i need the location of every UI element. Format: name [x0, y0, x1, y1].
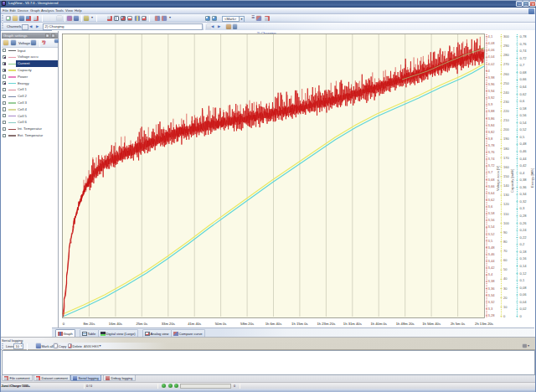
- svg-text:0,58: 0,58: [520, 106, 528, 111]
- svg-text:Voltage accu [V]: Voltage accu [V]: [496, 166, 500, 191]
- svg-text:290: 290: [503, 44, 510, 48]
- svg-text:3,32: 3,32: [488, 300, 496, 304]
- svg-text:0,66: 0,66: [520, 77, 528, 81]
- svg-text:0,22: 0,22: [520, 235, 528, 240]
- svg-text:20: 20: [503, 296, 508, 300]
- svg-text:170: 170: [503, 156, 510, 160]
- svg-text:0,18: 0,18: [520, 250, 528, 254]
- svg-text:41m 40s: 41m 40s: [188, 322, 201, 326]
- svg-text:210: 210: [503, 118, 510, 122]
- svg-text:Capacity [mAh]: Capacity [mAh]: [510, 169, 514, 193]
- svg-text:130: 130: [503, 193, 510, 197]
- svg-text:0,48: 0,48: [520, 142, 528, 146]
- svg-text:3,42: 3,42: [488, 266, 496, 270]
- svg-text:180: 180: [503, 147, 510, 151]
- svg-text:0,52: 0,52: [520, 127, 528, 132]
- svg-text:120: 120: [503, 202, 510, 206]
- svg-text:140: 140: [503, 183, 510, 188]
- svg-text:3,5: 3,5: [488, 239, 493, 243]
- svg-text:300: 300: [503, 34, 510, 39]
- svg-text:3,94: 3,94: [488, 89, 496, 93]
- svg-text:3,9: 3,9: [488, 102, 493, 106]
- svg-text:0,32: 0,32: [520, 199, 528, 204]
- svg-text:0,04: 0,04: [520, 300, 528, 304]
- svg-text:3,92: 3,92: [488, 95, 496, 100]
- svg-text:0,44: 0,44: [520, 157, 528, 161]
- svg-text:1h 23m 20s: 1h 23m 20s: [317, 322, 335, 326]
- svg-text:3,46: 3,46: [488, 252, 496, 256]
- svg-text:1h 56m 40s: 1h 56m 40s: [422, 322, 441, 326]
- svg-text:3,76: 3,76: [488, 150, 496, 154]
- svg-text:230: 230: [503, 100, 510, 104]
- svg-text:1h 48m 20s: 1h 48m 20s: [396, 322, 415, 326]
- svg-text:3,36: 3,36: [488, 286, 496, 291]
- svg-text:3,3: 3,3: [488, 307, 493, 311]
- svg-text:0,14: 0,14: [520, 264, 528, 268]
- svg-text:0,06: 0,06: [520, 292, 528, 297]
- svg-text:0,02: 0,02: [520, 307, 528, 311]
- svg-text:2h 13m 20s: 2h 13m 20s: [475, 322, 493, 326]
- svg-text:0,4: 0,4: [520, 171, 525, 175]
- svg-text:3,96: 3,96: [488, 82, 496, 86]
- svg-text:3,66: 3,66: [488, 184, 496, 188]
- svg-text:0,72: 0,72: [520, 56, 528, 60]
- svg-text:3,44: 3,44: [488, 259, 496, 263]
- svg-text:0,08: 0,08: [520, 286, 528, 290]
- svg-text:0,5: 0,5: [520, 135, 525, 139]
- svg-text:4,04: 4,04: [488, 54, 496, 59]
- svg-text:190: 190: [503, 137, 510, 141]
- svg-text:270: 270: [503, 62, 510, 66]
- svg-text:3,48: 3,48: [488, 245, 496, 250]
- svg-text:3,88: 3,88: [488, 109, 496, 113]
- svg-text:10: 10: [503, 305, 508, 309]
- svg-text:0,68: 0,68: [520, 70, 528, 75]
- svg-text:0,38: 0,38: [520, 178, 528, 182]
- svg-text:0,34: 0,34: [520, 192, 528, 196]
- svg-text:0,16: 0,16: [520, 256, 528, 260]
- svg-text:2h 5m 0s: 2h 5m 0s: [451, 322, 465, 326]
- svg-text:0,74: 0,74: [520, 49, 528, 53]
- svg-text:3,84: 3,84: [488, 123, 496, 127]
- svg-text:3,72: 3,72: [488, 163, 496, 168]
- svg-text:0,6: 0,6: [520, 99, 525, 103]
- svg-text:0,7: 0,7: [520, 63, 525, 67]
- svg-text:40: 40: [503, 276, 508, 281]
- svg-text:90: 90: [503, 230, 508, 235]
- svg-text:150: 150: [503, 174, 510, 178]
- svg-text:100: 100: [503, 221, 510, 225]
- svg-text:0,46: 0,46: [520, 149, 528, 153]
- svg-text:60: 60: [503, 258, 508, 262]
- svg-text:0,56: 0,56: [520, 113, 528, 117]
- svg-text:50m 0s: 50m 0s: [215, 322, 227, 326]
- svg-text:0,1: 0,1: [520, 278, 525, 282]
- svg-text:3,74: 3,74: [488, 157, 496, 161]
- svg-text:3,28: 3,28: [488, 313, 496, 317]
- svg-text:50: 50: [503, 267, 508, 271]
- svg-text:3,7: 3,7: [488, 170, 493, 174]
- svg-text:3,56: 3,56: [488, 218, 496, 222]
- svg-text:0,78: 0,78: [520, 34, 528, 39]
- svg-text:3,78: 3,78: [488, 143, 496, 147]
- svg-text:3,98: 3,98: [488, 75, 496, 80]
- svg-text:3,62: 3,62: [488, 198, 496, 202]
- svg-text:0,24: 0,24: [520, 228, 528, 232]
- svg-text:160: 160: [503, 165, 510, 169]
- svg-text:8m 20s: 8m 20s: [84, 322, 95, 326]
- svg-text:3,8: 3,8: [488, 137, 493, 141]
- svg-text:3,68: 3,68: [488, 178, 496, 182]
- svg-text:1h 6m 40s: 1h 6m 40s: [265, 322, 282, 326]
- svg-text:4,02: 4,02: [488, 62, 496, 66]
- svg-text:0,64: 0,64: [520, 85, 528, 89]
- svg-text:33m 20s: 33m 20s: [162, 322, 175, 326]
- svg-text:3,54: 3,54: [488, 224, 496, 229]
- svg-text:200: 200: [503, 127, 510, 132]
- svg-text:80: 80: [503, 240, 508, 244]
- svg-text:280: 280: [503, 53, 510, 57]
- svg-text:3,82: 3,82: [488, 130, 496, 134]
- svg-text:0,2: 0,2: [520, 242, 525, 246]
- svg-text:3,58: 3,58: [488, 211, 496, 215]
- svg-text:0,36: 0,36: [520, 185, 528, 189]
- svg-text:3,34: 3,34: [488, 293, 496, 297]
- svg-text:0,54: 0,54: [520, 121, 528, 125]
- svg-text:0,76: 0,76: [520, 42, 528, 46]
